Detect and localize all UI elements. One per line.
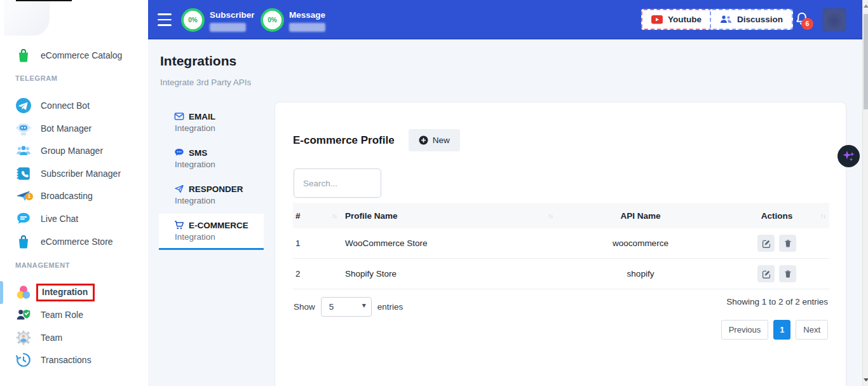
sidebar-item-label: eCommerce Catalog (41, 50, 122, 60)
envelope-icon (174, 111, 184, 121)
message-stat-value-redacted (289, 23, 325, 32)
row-api-name: woocommerce (557, 238, 722, 248)
shield-person-icon (15, 307, 32, 323)
logo-placeholder (4, 0, 50, 36)
next-page-button[interactable]: Next (796, 320, 828, 340)
sidebar-item-label: Subscriber Manager (41, 169, 121, 179)
pagination: Previous 1 Next (721, 320, 828, 340)
tab-email-integration[interactable]: EMAIL Integration (159, 105, 264, 141)
sidebar-item-group-manager[interactable]: Group Manager (0, 139, 148, 162)
sidebar-item-integration[interactable]: Integration (0, 281, 148, 304)
column-header-actions[interactable]: Actions↑↓ (722, 211, 829, 221)
scrollbar-thumb[interactable] (864, 14, 868, 109)
sidebar-item-ecommerce-catalog[interactable]: eCommerce Catalog (0, 44, 148, 67)
message-stat-label: Message (289, 8, 325, 20)
edit-button[interactable] (757, 265, 775, 282)
plus-circle-icon (419, 135, 428, 145)
discussion-button[interactable]: Discussion (710, 9, 793, 30)
ai-assistant-fab[interactable] (837, 145, 860, 167)
edit-button[interactable] (757, 235, 775, 252)
sidebar-item-label: Bot Manager (41, 123, 92, 134)
users-icon (720, 15, 732, 24)
delete-button[interactable] (779, 235, 796, 252)
gear-person-icon (15, 329, 32, 346)
sidebar-item-bot-manager[interactable]: Bot Manager (0, 117, 148, 140)
sidebar-item-ecommerce-store[interactable]: eCommerce Store (0, 230, 148, 253)
sidebar-item-team-role[interactable]: Team Role (0, 303, 148, 326)
avatar[interactable] (822, 8, 846, 32)
tab-sms-integration[interactable]: SMS Integration (159, 141, 264, 177)
shopping-bag-green-icon (15, 47, 32, 64)
new-profile-button[interactable]: New (409, 129, 460, 151)
sms-bubble-icon (174, 148, 184, 158)
sidebar-item-team[interactable]: Team (0, 326, 148, 349)
youtube-icon (651, 15, 663, 24)
ecommerce-profile-card: E-commerce Profile New #↑↓ Profile Name↑… (275, 102, 846, 386)
subscriber-progress-ring: 0% (181, 8, 205, 32)
sidebar-item-label: Broadcasting (41, 191, 93, 201)
column-header-num[interactable]: #↑↓ (293, 211, 341, 221)
sidebar-item-live-chat[interactable]: Live Chat (0, 207, 148, 230)
sort-icon[interactable]: ↑↓ (548, 212, 553, 219)
edit-icon (762, 270, 771, 279)
cart-icon (174, 220, 184, 230)
sidebar-item-label: Connect Bot (41, 100, 90, 111)
search-input[interactable] (294, 169, 381, 198)
tab-ecommerce-integration[interactable]: E-COMMERCE Integration (159, 214, 264, 250)
integration-circles-icon (15, 284, 32, 301)
entries-control: Show 5 ▾ entries (294, 297, 403, 317)
tab-responder-integration[interactable]: RESPONDER Integration (159, 177, 264, 214)
row-num: 2 (293, 269, 341, 279)
paper-plane-icon (174, 184, 184, 194)
broadcast-plane-icon: 1 (15, 188, 32, 204)
sidebar-item-connect-bot[interactable]: Connect Bot (0, 94, 148, 117)
previous-page-button[interactable]: Previous (721, 320, 769, 340)
sidebar-item-label: Group Manager (41, 146, 103, 156)
contact-book-icon (15, 165, 32, 182)
card-title: E-commerce Profile (293, 134, 395, 147)
sidebar: eCommerce Catalog TELEGRAM Connect Bot B… (0, 0, 148, 386)
trash-icon (783, 270, 792, 279)
profiles-table: #↑↓ Profile Name↑↓ API Name Actions↑↓ 1 … (293, 203, 829, 289)
top-navbar: 0% Subscriber 0% Message Youtube Discuss… (148, 0, 868, 39)
column-header-api-name[interactable]: API Name (557, 211, 722, 221)
logo-topline (16, 0, 72, 1)
sort-icon[interactable]: ↑↓ (820, 212, 825, 219)
delete-button[interactable] (779, 265, 796, 282)
entries-label: entries (377, 302, 403, 312)
history-clock-icon (15, 352, 32, 368)
scroll-down-arrow-icon[interactable] (864, 378, 868, 382)
sidebar-item-label: Team Role (41, 310, 83, 320)
sidebar-item-label: Team (41, 333, 62, 343)
sidebar-item-subscriber-manager[interactable]: Subscriber Manager (0, 162, 148, 185)
hamburger-menu-icon[interactable] (158, 13, 172, 26)
sidebar-item-label: Live Chat (41, 214, 78, 224)
page-subtitle: Integrate 3rd Party APIs (160, 78, 251, 87)
message-stat: 0% Message (261, 8, 325, 32)
robot-icon (15, 120, 32, 137)
subscriber-stat-value-redacted (210, 23, 246, 32)
integration-subnav: EMAIL Integration SMS Integration RESPON… (159, 105, 264, 250)
telegram-icon (15, 97, 32, 114)
sidebar-item-broadcasting[interactable]: 1 Broadcasting (0, 184, 148, 207)
edit-icon (762, 239, 771, 248)
sidebar-item-transactions[interactable]: Transactions (0, 348, 148, 371)
sparkles-icon (841, 149, 857, 164)
sort-icon[interactable]: ↑↓ (332, 212, 337, 219)
shopping-bag-blue-icon (15, 233, 32, 250)
main-content: Integrations Integrate 3rd Party APIs EM… (148, 39, 862, 386)
current-page-button[interactable]: 1 (773, 320, 790, 340)
page-scrollbar[interactable] (862, 0, 868, 386)
column-header-profile-name[interactable]: Profile Name↑↓ (341, 211, 557, 221)
table-row: 2 Shopify Store shopify (293, 259, 829, 289)
subscriber-stat: 0% Subscriber (181, 8, 255, 32)
scroll-up-arrow-icon[interactable] (864, 4, 868, 8)
message-progress-ring: 0% (261, 8, 284, 32)
row-profile-name: Shopify Store (341, 269, 557, 279)
entries-select[interactable]: 5 (321, 297, 372, 317)
row-profile-name: WooCommerce Store (341, 238, 557, 248)
notification-count-badge: 6 (801, 18, 813, 30)
group-icon (15, 142, 32, 159)
table-header-row: #↑↓ Profile Name↑↓ API Name Actions↑↓ (293, 203, 829, 228)
youtube-button[interactable]: Youtube (641, 9, 712, 30)
